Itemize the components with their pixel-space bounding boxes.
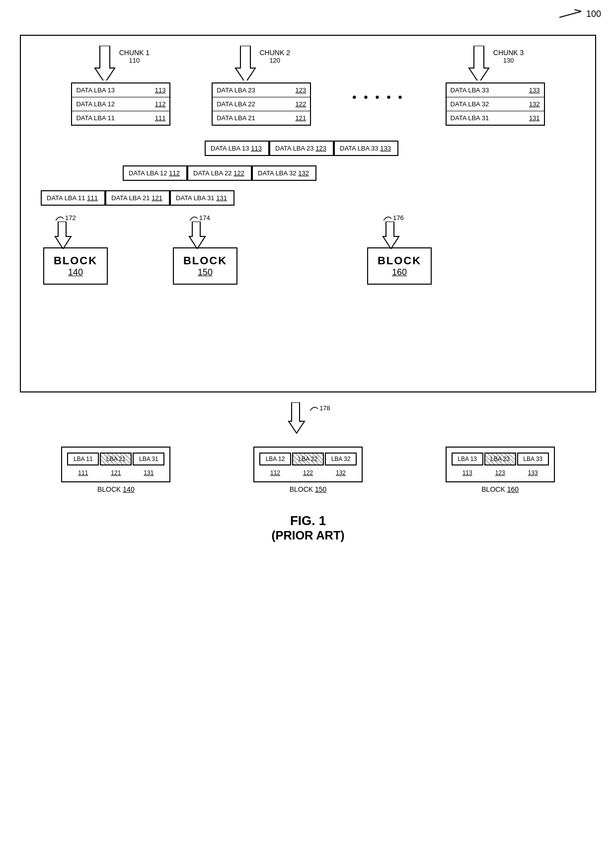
chunk1-lba13-text: DATA LBA 13: [76, 86, 115, 94]
lba-32-cell: LBA 32: [325, 453, 357, 465]
sc1-cell2: DATA LBA 21 121: [105, 190, 170, 206]
chunk2-num: 120: [260, 57, 290, 64]
svg-line-0: [559, 11, 581, 17]
lba-11-cell: LBA 11: [67, 453, 99, 465]
chunk2-lba21-text: DATA LBA 21: [217, 114, 255, 122]
bottom-block-150-lba-row: LBA 12 LBA 22 LBA 32: [259, 453, 357, 465]
chunk2-row2: DATA LBA 22 122: [213, 97, 310, 111]
block-150-inner: BLOCK 150: [173, 247, 237, 285]
chunk2-row1: DATA LBA 21 121: [213, 111, 310, 125]
lba-33-cell: LBA 33: [517, 453, 549, 465]
bottom-block-140-num-row: 111 121 131: [67, 469, 164, 476]
chunk3-row3: DATA LBA 33 133: [447, 83, 544, 97]
lba-12-cell: LBA 12: [259, 453, 291, 465]
chunk3-row1: DATA LBA 31 131: [447, 111, 544, 125]
arrow-172-svg: [52, 222, 75, 249]
arrow-172-group: 172: [51, 214, 76, 249]
svg-marker-3: [235, 46, 255, 80]
ref-172-curve: [56, 215, 64, 222]
svg-marker-7: [383, 222, 399, 249]
chunk1-lba11-text: DATA LBA 11: [76, 114, 115, 122]
chunk1-lba13-ref: 113: [155, 86, 166, 94]
chunk3-lba31-ref: 131: [529, 114, 540, 122]
bottom-block-160-container: LBA 13 LBA 23 LBA 33 113 123 133: [446, 447, 555, 482]
staircase-row3: DATA LBA 13 113 DATA LBA 23 123 DATA LBA…: [205, 141, 398, 156]
chunk2-lba22-text: DATA LBA 22: [217, 100, 255, 108]
chunk3-lba32-text: DATA LBA 32: [451, 100, 489, 108]
ref-174-curve: [190, 215, 198, 222]
lba-11-num: 111: [67, 469, 99, 476]
bottom-block-140-label: BLOCK 140: [97, 485, 135, 493]
ref-178-label: 178: [319, 404, 330, 412]
svg-marker-4: [469, 46, 489, 80]
ref-172-label: 172: [65, 214, 76, 222]
chunk1-num: 110: [119, 57, 150, 64]
lba-33-num: 133: [517, 469, 549, 476]
page-container: 100 CHUNK 1: [0, 0, 616, 844]
chunk1-lba12-text: DATA LBA 12: [76, 100, 115, 108]
dots-separator: • • • • •: [352, 46, 404, 104]
chunk2-lba23-text: DATA LBA 23: [217, 86, 255, 94]
svg-line-1: [574, 9, 581, 11]
lba-22-cell-hatched: LBA 22: [292, 453, 324, 465]
lba-22-num: 122: [292, 469, 324, 476]
arrow-174-svg: [186, 222, 209, 249]
block-150-title: BLOCK: [183, 254, 227, 267]
block-140-title: BLOCK: [54, 254, 97, 267]
bottom-block-150-container: LBA 12 LBA 22 LBA 32 112 122 132: [253, 447, 363, 482]
staircase-row2: DATA LBA 12 112 DATA LBA 22 122 DATA LBA…: [123, 165, 316, 181]
chunk2-data-stack: DATA LBA 23 123 DATA LBA 22 122 DATA LBA…: [212, 82, 311, 126]
chunk2-label: CHUNK 2: [260, 49, 290, 57]
block-160-inner: BLOCK 160: [367, 247, 432, 285]
lba-31-num: 131: [133, 469, 164, 476]
sc2-cell1: DATA LBA 12 112: [123, 165, 187, 181]
chunk3-lba32-ref: 132: [529, 100, 540, 108]
chunk2-lba22-ref: 122: [296, 100, 307, 108]
bottom-blocks-row: LBA 11 LBA 21 LBA 31 111 121 131 BLOCK 1…: [10, 447, 606, 493]
staircase-row1: DATA LBA 11 111 DATA LBA 21 121 DATA LBA…: [41, 190, 234, 206]
svg-marker-5: [55, 222, 71, 249]
lba-32-num: 132: [325, 469, 357, 476]
ref-arrow-line: [559, 9, 584, 19]
bottom-block-140-container: LBA 11 LBA 21 LBA 31 111 121 131: [61, 447, 170, 482]
sc3-cell3: DATA LBA 33 133: [334, 141, 398, 156]
arrow-174-group: 174: [185, 214, 210, 249]
bottom-block-140-group: LBA 11 LBA 21 LBA 31 111 121 131 BLOCK 1…: [61, 447, 170, 493]
sc3-cell2: DATA LBA 23 123: [269, 141, 334, 156]
bottom-block-140-lba-row: LBA 11 LBA 21 LBA 31: [67, 453, 164, 465]
ref-176-curve: [384, 215, 391, 222]
ref-178-curve: [310, 405, 318, 412]
lba-23-cell-hatched: LBA 23: [484, 453, 516, 465]
chunk1-row3: DATA LBA 13 113: [72, 83, 169, 97]
ref-100-text: 100: [586, 9, 601, 19]
bottom-block-160-num-row: 113 123 133: [452, 469, 549, 476]
lba-31-cell: LBA 31: [133, 453, 164, 465]
lba-13-num: 113: [452, 469, 483, 476]
block-140-inner: BLOCK 140: [43, 247, 108, 285]
chunks-section: CHUNK 1 110 DATA LBA 13 113 DATA LBA 12 …: [31, 46, 585, 126]
block-150-box: BLOCK 150: [173, 247, 237, 285]
block-160-num: 160: [392, 267, 407, 278]
arrow-178-section: 178: [10, 402, 606, 437]
arrow-176-group: 176: [379, 214, 404, 249]
arrow-176-svg: [380, 222, 402, 249]
bottom-block-160-group: LBA 13 LBA 23 LBA 33 113 123 133 BLOCK 1…: [446, 447, 555, 493]
chunk-1-group: CHUNK 1 110 DATA LBA 13 113 DATA LBA 12 …: [71, 46, 170, 126]
chunk3-lba33-ref: 133: [529, 86, 540, 94]
bottom-block-160-lba-row: LBA 13 LBA 23 LBA 33: [452, 453, 549, 465]
lba-23-num: 123: [484, 469, 516, 476]
svg-marker-8: [289, 402, 305, 433]
chunk1-row1: DATA LBA 11 111: [72, 111, 169, 125]
block-160-title: BLOCK: [378, 254, 421, 267]
chunk1-arrow: [92, 46, 117, 80]
lba-21-num: 121: [100, 469, 132, 476]
arrow-178-svg: [286, 402, 308, 435]
chunk1-row2: DATA LBA 12 112: [72, 97, 169, 111]
block-160-box: BLOCK 160: [367, 247, 432, 285]
figure-sub: (PRIOR ART): [10, 529, 606, 542]
ref-100-label: 100: [559, 9, 601, 19]
lba-12-num: 112: [259, 469, 291, 476]
chunk2-row3: DATA LBA 23 123: [213, 83, 310, 97]
svg-marker-2: [95, 46, 115, 80]
main-diagram-box: CHUNK 1 110 DATA LBA 13 113 DATA LBA 12 …: [20, 35, 596, 392]
